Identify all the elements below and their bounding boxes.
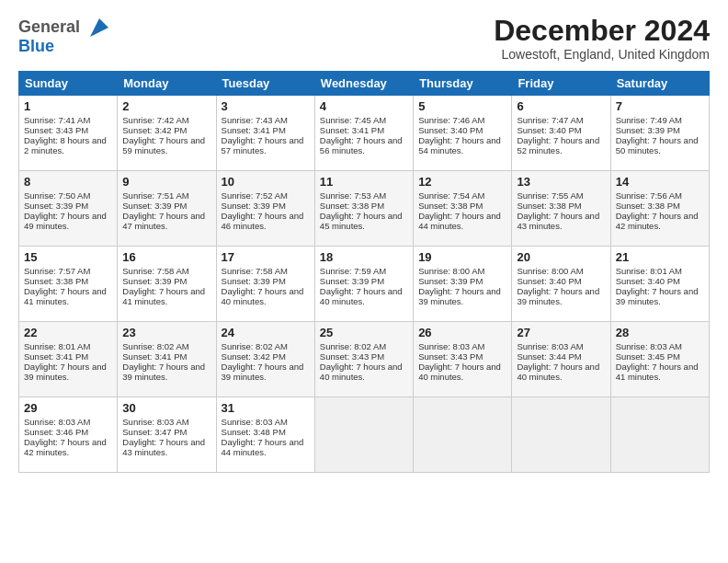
sunrise: Sunrise: 8:02 AM (122, 341, 188, 351)
location: Lowestoft, England, United Kingdom (494, 47, 710, 62)
sunset: Sunset: 3:39 PM (320, 276, 384, 286)
table-row: 13Sunrise: 7:55 AMSunset: 3:38 PMDayligh… (512, 171, 610, 247)
day-number: 17 (222, 250, 310, 264)
sunset: Sunset: 3:39 PM (616, 125, 680, 135)
sunset: Sunset: 3:40 PM (517, 125, 581, 135)
table-row: 1Sunrise: 7:41 AMSunset: 3:43 PMDaylight… (19, 96, 118, 171)
daylight: Daylight: 7 hours and 43 minutes. (122, 437, 205, 457)
daylight: Daylight: 7 hours and 42 minutes. (24, 437, 107, 457)
day-number: 12 (418, 175, 506, 189)
day-number: 8 (24, 175, 112, 189)
sunset: Sunset: 3:39 PM (122, 276, 187, 286)
calendar-week-4: 22Sunrise: 8:01 AMSunset: 3:41 PMDayligh… (19, 322, 710, 397)
day-number: 3 (222, 99, 310, 113)
sunrise: Sunrise: 7:54 AM (418, 190, 484, 201)
day-number: 25 (320, 326, 408, 339)
table-row: 27Sunrise: 8:03 AMSunset: 3:44 PMDayligh… (512, 322, 610, 397)
table-row: 28Sunrise: 8:03 AMSunset: 3:45 PMDayligh… (610, 322, 709, 397)
day-number: 11 (320, 175, 408, 189)
table-row: 26Sunrise: 8:03 AMSunset: 3:43 PMDayligh… (414, 322, 512, 397)
sunrise: Sunrise: 8:01 AM (24, 341, 90, 351)
svg-marker-0 (90, 18, 108, 37)
daylight: Daylight: 7 hours and 49 minutes. (24, 211, 107, 231)
day-number: 28 (616, 326, 704, 339)
day-number: 31 (222, 401, 310, 415)
day-number: 1 (24, 99, 112, 113)
sunrise: Sunrise: 7:49 AM (616, 115, 682, 125)
sunrise: Sunrise: 8:00 AM (517, 266, 583, 276)
sunset: Sunset: 3:40 PM (517, 276, 581, 286)
daylight: Daylight: 7 hours and 40 minutes. (222, 286, 304, 306)
sunrise: Sunrise: 7:47 AM (517, 115, 583, 125)
calendar-week-1: 1Sunrise: 7:41 AMSunset: 3:43 PMDaylight… (19, 96, 710, 171)
table-row: 7Sunrise: 7:49 AMSunset: 3:39 PMDaylight… (610, 96, 709, 171)
day-number: 9 (122, 175, 210, 189)
table-row: 30Sunrise: 8:03 AMSunset: 3:47 PMDayligh… (118, 397, 216, 473)
table-row: 31Sunrise: 8:03 AMSunset: 3:48 PMDayligh… (216, 397, 314, 473)
daylight: Daylight: 7 hours and 52 minutes. (517, 135, 599, 155)
daylight: Daylight: 7 hours and 40 minutes. (517, 362, 599, 382)
sunrise: Sunrise: 7:55 AM (517, 190, 583, 201)
sunrise: Sunrise: 8:03 AM (517, 341, 583, 351)
sunrise: Sunrise: 8:03 AM (24, 417, 90, 427)
sunset: Sunset: 3:43 PM (418, 351, 483, 362)
sunset: Sunset: 3:41 PM (122, 351, 187, 362)
sunrise: Sunrise: 8:03 AM (418, 341, 484, 351)
sunrise: Sunrise: 8:02 AM (320, 341, 386, 351)
day-number: 18 (320, 250, 408, 264)
day-number: 20 (517, 250, 605, 264)
day-number: 26 (418, 326, 506, 339)
sunset: Sunset: 3:38 PM (24, 276, 88, 286)
sunset: Sunset: 3:39 PM (222, 201, 286, 211)
sunset: Sunset: 3:39 PM (418, 276, 483, 286)
sunrise: Sunrise: 7:50 AM (24, 190, 90, 201)
calendar-table: Sunday Monday Tuesday Wednesday Thursday… (18, 71, 710, 473)
daylight: Daylight: 7 hours and 44 minutes. (418, 211, 501, 231)
daylight: Daylight: 7 hours and 54 minutes. (418, 135, 501, 155)
sunset: Sunset: 3:39 PM (122, 201, 187, 211)
table-row: 21Sunrise: 8:01 AMSunset: 3:40 PMDayligh… (610, 247, 709, 322)
daylight: Daylight: 7 hours and 40 minutes. (320, 362, 403, 382)
day-number: 16 (122, 250, 210, 264)
table-row: 11Sunrise: 7:53 AMSunset: 3:38 PMDayligh… (314, 171, 413, 247)
logo: General Blue (18, 15, 112, 56)
table-row: 12Sunrise: 7:54 AMSunset: 3:38 PMDayligh… (414, 171, 512, 247)
sunrise: Sunrise: 7:51 AM (122, 190, 188, 201)
table-row: 5Sunrise: 7:46 AMSunset: 3:40 PMDaylight… (414, 96, 512, 171)
table-row: 14Sunrise: 7:56 AMSunset: 3:38 PMDayligh… (610, 171, 709, 247)
sunset: Sunset: 3:48 PM (222, 427, 286, 437)
sunrise: Sunrise: 8:01 AM (616, 266, 682, 276)
table-row (512, 397, 610, 473)
sunrise: Sunrise: 7:45 AM (320, 115, 386, 125)
table-row: 24Sunrise: 8:02 AMSunset: 3:42 PMDayligh… (216, 322, 314, 397)
day-number: 13 (517, 175, 605, 189)
month-title: December 2024 (494, 15, 710, 47)
day-number: 2 (122, 99, 210, 113)
table-row: 15Sunrise: 7:57 AMSunset: 3:38 PMDayligh… (19, 247, 118, 322)
sunset: Sunset: 3:40 PM (418, 125, 483, 135)
daylight: Daylight: 7 hours and 40 minutes. (320, 286, 403, 306)
table-row: 4Sunrise: 7:45 AMSunset: 3:41 PMDaylight… (314, 96, 413, 171)
col-saturday: Saturday (610, 72, 709, 96)
day-number: 29 (24, 401, 112, 415)
table-row: 22Sunrise: 8:01 AMSunset: 3:41 PMDayligh… (19, 322, 118, 397)
sunset: Sunset: 3:43 PM (24, 125, 88, 135)
table-row: 2Sunrise: 7:42 AMSunset: 3:42 PMDaylight… (118, 96, 216, 171)
sunset: Sunset: 3:41 PM (222, 125, 286, 135)
table-row: 9Sunrise: 7:51 AMSunset: 3:39 PMDaylight… (118, 171, 216, 247)
sunset: Sunset: 3:42 PM (122, 125, 187, 135)
col-sunday: Sunday (19, 72, 118, 96)
day-number: 21 (616, 250, 704, 264)
sunrise: Sunrise: 7:58 AM (222, 266, 288, 276)
sunset: Sunset: 3:38 PM (616, 201, 680, 211)
daylight: Daylight: 8 hours and 2 minutes. (24, 135, 107, 155)
sunrise: Sunrise: 8:00 AM (418, 266, 484, 276)
daylight: Daylight: 7 hours and 39 minutes. (418, 286, 501, 306)
day-number: 10 (222, 175, 310, 189)
daylight: Daylight: 7 hours and 41 minutes. (122, 286, 205, 306)
sunset: Sunset: 3:47 PM (122, 427, 187, 437)
table-row: 17Sunrise: 7:58 AMSunset: 3:39 PMDayligh… (216, 247, 314, 322)
table-row: 29Sunrise: 8:03 AMSunset: 3:46 PMDayligh… (19, 397, 118, 473)
daylight: Daylight: 7 hours and 59 minutes. (122, 135, 205, 155)
daylight: Daylight: 7 hours and 40 minutes. (418, 362, 501, 382)
